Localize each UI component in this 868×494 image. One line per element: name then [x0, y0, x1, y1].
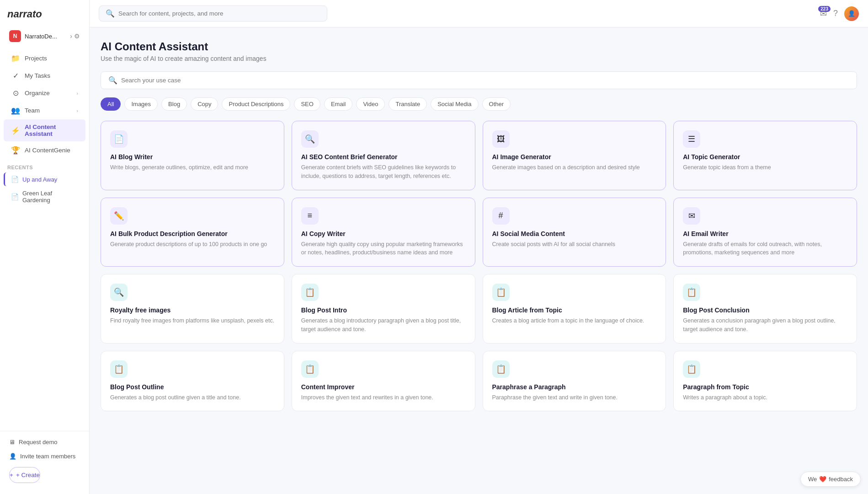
card-royalty-free-images[interactable]: 🔍 Royalty free images Find royalty free … [101, 274, 284, 344]
workspace-settings-icon[interactable]: ⚙ [74, 32, 80, 40]
sidebar-label-tasks: My Tasks [25, 72, 50, 79]
card-desc-paraphrase-paragraph: Paraphrase the given text and write in g… [492, 393, 657, 402]
notifications[interactable]: ✉ 223 [820, 9, 827, 19]
create-button[interactable]: + + Create [9, 467, 40, 483]
card-desc-content-improver: Improves the given text and rewrites in … [301, 393, 466, 402]
workspace-name: NarratoDe... [25, 33, 70, 40]
cards-grid: 📄 AI Blog Writer Write blogs, generate o… [101, 121, 857, 411]
use-case-search-input[interactable] [121, 77, 849, 84]
card-blog-post-outline[interactable]: 📋 Blog Post Outline Generates a blog pos… [101, 351, 284, 412]
recent-label-2: Green Leaf Gardening [22, 190, 78, 204]
filter-tab-translate[interactable]: Translate [389, 97, 427, 111]
card-title-ai-image-generator: AI Image Generator [492, 153, 657, 161]
filter-tab-copy[interactable]: Copy [191, 97, 218, 111]
filter-tab-social-media[interactable]: Social Media [431, 97, 478, 111]
projects-icon: 📁 [11, 54, 20, 63]
card-icon-content-improver: 📋 [305, 364, 315, 374]
card-icon-ai-topic-generator: ☰ [688, 134, 695, 144]
sidebar-item-ai-content-assistant[interactable]: ⚡ AI Content Assistant [4, 119, 85, 141]
card-icon-royalty-free-images: 🔍 [114, 287, 124, 297]
recent-item-up-and-away[interactable]: 📄 Up and Away [4, 172, 85, 186]
global-search[interactable]: 🔍 [99, 5, 327, 21]
search-icon: 🔍 [106, 9, 115, 18]
organize-arrow-icon: › [76, 91, 78, 96]
card-icon-ai-social-media: # [498, 211, 503, 220]
global-search-input[interactable] [118, 10, 320, 17]
recent-item-green-leaf[interactable]: 📄 Green Leaf Gardening [4, 187, 85, 207]
card-icon-wrap-blog-post-outline: 📋 [110, 360, 128, 378]
request-demo-item[interactable]: 🖥 Request demo [4, 435, 85, 449]
card-ai-seo-content-brief[interactable]: 🔍 AI SEO Content Brief Generator Generat… [292, 121, 475, 190]
workspace-actions: › ⚙ [70, 32, 80, 40]
filter-tab-images[interactable]: Images [124, 97, 158, 111]
card-desc-ai-copy-writer: Generate high quality copy using popular… [301, 240, 466, 258]
filter-tab-other[interactable]: Other [482, 97, 511, 111]
content-area: AI Content Assistant Use the magic of AI… [90, 27, 868, 494]
filter-tab-email[interactable]: Email [324, 97, 353, 111]
card-icon-wrap-ai-copy-writer: ≡ [301, 207, 319, 225]
sidebar-item-team[interactable]: 👥 Team › [4, 102, 85, 119]
help-icon[interactable]: ? [833, 9, 838, 18]
filter-tab-seo[interactable]: SEO [294, 97, 320, 111]
use-case-search[interactable]: 🔍 [101, 71, 857, 89]
sidebar-item-my-tasks[interactable]: ✓ My Tasks [4, 67, 85, 84]
card-desc-blog-post-outline: Generates a blog post outline given a ti… [110, 393, 275, 402]
filter-tab-all[interactable]: All [101, 97, 121, 111]
sidebar-item-projects[interactable]: 📁 Projects [4, 50, 85, 67]
card-title-paraphrase-paragraph: Paraphrase a Paragraph [492, 383, 657, 391]
card-icon-wrap-ai-seo-content-brief: 🔍 [301, 130, 319, 148]
card-icon-wrap-blog-post-conclusion: 📋 [683, 284, 700, 301]
card-ai-topic-generator[interactable]: ☰ AI Topic Generator Generate topic idea… [673, 121, 857, 190]
filter-tab-product-descriptions[interactable]: Product Descriptions [222, 97, 290, 111]
create-plus-icon: + [10, 472, 13, 478]
card-title-blog-post-conclusion: Blog Post Conclusion [683, 306, 847, 314]
card-blog-post-conclusion[interactable]: 📋 Blog Post Conclusion Generates a concl… [673, 274, 857, 344]
filter-tab-blog[interactable]: Blog [161, 97, 187, 111]
card-desc-blog-post-intro: Generates a blog introductory paragraph … [301, 317, 466, 334]
invite-team-item[interactable]: 👤 Invite team members [4, 449, 85, 463]
card-blog-post-intro[interactable]: 📋 Blog Post Intro Generates a blog intro… [292, 274, 475, 344]
topbar-right: ✉ 223 ? 👤 [820, 6, 859, 21]
workspace-selector[interactable]: N NarratoDe... › ⚙ [4, 27, 85, 46]
card-ai-image-generator[interactable]: 🖼 AI Image Generator Generate images bas… [483, 121, 666, 190]
card-content-improver[interactable]: 📋 Content Improver Improves the given te… [292, 351, 475, 412]
recent-doc-icon-2: 📄 [11, 193, 19, 200]
card-icon-ai-bulk-product: ✏️ [114, 211, 124, 221]
card-ai-social-media[interactable]: # AI Social Media Content Create social … [483, 198, 666, 267]
sidebar-bottom: 🖥 Request demo 👤 Invite team members + +… [0, 431, 89, 487]
page-title: AI Content Assistant [101, 40, 857, 53]
card-title-ai-seo-content-brief: AI SEO Content Brief Generator [301, 153, 466, 161]
card-paraphrase-paragraph[interactable]: 📋 Paraphrase a Paragraph Paraphrase the … [483, 351, 666, 412]
filter-tab-video[interactable]: Video [356, 97, 385, 111]
use-case-search-icon: 🔍 [108, 76, 117, 85]
card-desc-ai-bulk-product: Generate product descriptions of up to 1… [110, 240, 275, 249]
card-icon-wrap-ai-image-generator: 🖼 [492, 130, 510, 148]
card-blog-article-from-topic[interactable]: 📋 Blog Article from Topic Creates a blog… [483, 274, 666, 344]
create-label: + Create [16, 472, 40, 478]
card-ai-copy-writer[interactable]: ≡ AI Copy Writer Generate high quality c… [292, 198, 475, 267]
feedback-button[interactable]: We ❤️ feedback [800, 472, 861, 487]
card-icon-wrap-ai-social-media: # [492, 207, 510, 225]
request-demo-icon: 🖥 [9, 439, 15, 446]
avatar-image: 👤 [848, 10, 855, 17]
workspace-chevron-icon[interactable]: › [70, 32, 72, 40]
sidebar-label-team: Team [25, 107, 40, 114]
card-icon-wrap-ai-blog-writer: 📄 [110, 130, 128, 148]
card-icon-wrap-ai-email-writer: ✉ [683, 207, 700, 225]
invite-team-label: Invite team members [20, 453, 75, 460]
page-subtitle: Use the magic of AI to create amazing co… [101, 55, 857, 62]
sidebar-item-ai-content-genie[interactable]: 🏆 AI ContentGenie [4, 142, 85, 159]
sidebar-item-organize[interactable]: ⊙ Organize › [4, 85, 85, 102]
card-desc-ai-seo-content-brief: Generate content briefs with SEO guideli… [301, 163, 466, 181]
card-desc-blog-post-conclusion: Generates a conclusion paragraph given a… [683, 317, 847, 334]
card-paragraph-from-topic[interactable]: 📋 Paragraph from Topic Writes a paragrap… [673, 351, 857, 412]
feedback-heart-icon: ❤️ [819, 476, 826, 483]
user-avatar[interactable]: 👤 [844, 6, 859, 21]
card-ai-blog-writer[interactable]: 📄 AI Blog Writer Write blogs, generate o… [101, 121, 284, 190]
card-ai-bulk-product[interactable]: ✏️ AI Bulk Product Description Generator… [101, 198, 284, 267]
card-icon-paraphrase-paragraph: 📋 [496, 364, 506, 374]
card-icon-blog-article-from-topic: 📋 [496, 287, 506, 297]
tasks-icon: ✓ [11, 71, 20, 80]
card-desc-ai-blog-writer: Write blogs, generate outlines, optimize… [110, 163, 275, 172]
card-ai-email-writer[interactable]: ✉ AI Email Writer Generate drafts of ema… [673, 198, 857, 267]
